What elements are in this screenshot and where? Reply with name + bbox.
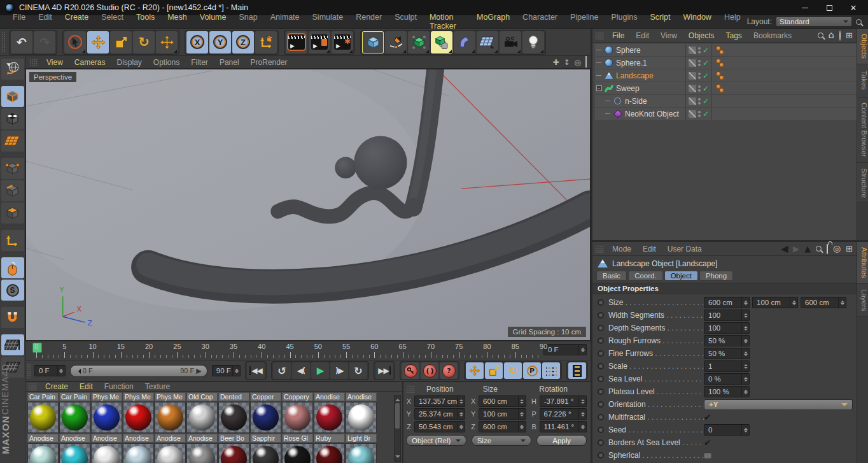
forward-icon[interactable]: ▶ bbox=[793, 245, 799, 253]
texture-tag-icon[interactable] bbox=[719, 50, 724, 55]
object-menu-edit[interactable]: Edit bbox=[630, 31, 655, 41]
zoom-icon[interactable]: ↕ bbox=[563, 58, 570, 67]
render-picture-viewer-button[interactable]: ▶ bbox=[309, 31, 330, 53]
object-label[interactable]: Sphere bbox=[616, 46, 641, 55]
redo-button[interactable]: ↷ bbox=[34, 31, 55, 53]
lock-z-button[interactable]: Z bbox=[232, 31, 254, 53]
material-thumbnail[interactable] bbox=[186, 443, 218, 463]
magnet-tool-button[interactable] bbox=[1, 307, 24, 328]
layer-toggle-icon[interactable] bbox=[689, 110, 696, 118]
visibility-dots-icon[interactable] bbox=[698, 98, 701, 104]
keying-help-button[interactable]: ? bbox=[440, 362, 458, 379]
primitive-cube-button[interactable] bbox=[362, 31, 384, 53]
object-menu-tags[interactable]: Tags bbox=[720, 31, 748, 41]
polygons-mode-button[interactable] bbox=[1, 203, 24, 224]
object-row-landscape[interactable]: Landscape✓ bbox=[595, 69, 857, 82]
material-thumbnail[interactable] bbox=[155, 402, 186, 433]
attribute-menu-user-data[interactable]: User Data bbox=[662, 244, 708, 254]
rotation-b-field[interactable]: 111.461 ° bbox=[540, 421, 587, 432]
material-thumbnail[interactable] bbox=[282, 402, 313, 433]
material-name[interactable]: Copper bbox=[250, 392, 281, 401]
search-icon[interactable] bbox=[816, 245, 822, 253]
material-thumbnail[interactable] bbox=[59, 443, 90, 463]
pan-icon[interactable]: ✚ bbox=[552, 58, 559, 67]
stepper-icon[interactable] bbox=[741, 336, 749, 346]
material-thumbnail[interactable] bbox=[123, 402, 154, 433]
viewport[interactable]: Y X Z Perspective Grid Spacing : 10 cm bbox=[25, 69, 591, 341]
animation-dot-icon[interactable] bbox=[598, 388, 604, 395]
animation-dot-icon[interactable] bbox=[598, 452, 604, 459]
camera-label[interactable]: Perspective bbox=[29, 72, 76, 82]
object-label[interactable]: NeoKnot Object bbox=[625, 110, 679, 118]
panel-grip[interactable] bbox=[595, 32, 604, 39]
viewport-menu-options[interactable]: Options bbox=[148, 57, 185, 68]
panel-grip[interactable] bbox=[406, 385, 415, 393]
material-thumbnail[interactable] bbox=[218, 402, 249, 433]
autokeying-button[interactable]: ( ) bbox=[421, 362, 438, 379]
add-icon[interactable]: ⊞ bbox=[846, 31, 853, 40]
material-thumbnail[interactable] bbox=[91, 402, 122, 433]
rotation-h-field[interactable]: -37.891 ° bbox=[540, 395, 587, 407]
panel-tab-content-browser[interactable]: Content Browser bbox=[857, 97, 868, 163]
enabled-check-icon[interactable]: ✓ bbox=[703, 84, 709, 93]
key-scale-button[interactable] bbox=[485, 362, 503, 379]
go-to-end-button[interactable]: ▶▶ bbox=[375, 362, 393, 379]
panel-tab-attributes[interactable]: Attributes bbox=[857, 242, 868, 284]
position-y-field[interactable]: 25.374 cm bbox=[414, 408, 465, 420]
stepper-icon[interactable] bbox=[838, 297, 846, 308]
material-thumbnail[interactable] bbox=[27, 443, 59, 463]
record-keyframe-button[interactable] bbox=[402, 362, 419, 379]
apply-button[interactable]: Apply bbox=[536, 435, 587, 446]
animation-dot-icon[interactable] bbox=[598, 376, 604, 382]
size-field-2[interactable]: 600 cm bbox=[801, 297, 846, 308]
viewport-menu-display[interactable]: Display bbox=[111, 57, 147, 68]
play-forwards-button[interactable]: ▶ bbox=[311, 362, 329, 379]
timeline-frame-field[interactable]: 0 F bbox=[543, 344, 587, 355]
animation-dot-icon[interactable] bbox=[598, 439, 604, 446]
live-selection-button[interactable] bbox=[64, 31, 86, 53]
texture-tag-icon[interactable] bbox=[719, 75, 724, 80]
stepper-icon[interactable] bbox=[741, 374, 749, 384]
preview-range-slider[interactable]: 0 F 90 F ▶ bbox=[70, 365, 207, 377]
visibility-dots-icon[interactable] bbox=[698, 73, 701, 79]
position-x-field[interactable]: 137.357 cm bbox=[414, 395, 465, 407]
object-menu-view[interactable]: View bbox=[655, 31, 683, 41]
stepper-icon[interactable] bbox=[57, 366, 65, 376]
enable-snap-button[interactable] bbox=[1, 257, 24, 278]
animation-dot-icon[interactable] bbox=[598, 312, 604, 318]
material-name[interactable]: Dented bbox=[218, 392, 249, 401]
last-tool-move-button[interactable] bbox=[156, 31, 178, 53]
object-label[interactable]: Landscape bbox=[616, 71, 654, 80]
animation-dot-icon[interactable] bbox=[598, 363, 604, 369]
points-mode-button[interactable] bbox=[1, 158, 24, 179]
stepper-icon[interactable] bbox=[741, 387, 749, 397]
target-icon[interactable]: ◎ bbox=[833, 244, 841, 253]
material-thumbnail[interactable] bbox=[186, 402, 218, 433]
search-icon[interactable] bbox=[818, 31, 823, 40]
stepper-icon[interactable] bbox=[741, 297, 749, 308]
stepper-icon[interactable] bbox=[578, 345, 586, 355]
object-row-neoknot-object[interactable]: NeoKnot Object✓ bbox=[595, 108, 857, 120]
restore-button[interactable] bbox=[817, 1, 841, 15]
deformer-button[interactable] bbox=[454, 31, 475, 53]
stepper-icon[interactable] bbox=[578, 422, 586, 432]
material-name[interactable]: Beer Bo bbox=[218, 434, 249, 443]
go-to-start-button[interactable]: ◀◀ bbox=[247, 362, 265, 379]
tab-coord[interactable]: Coord. bbox=[628, 271, 663, 281]
add-icon[interactable]: ⊞ bbox=[846, 245, 853, 253]
material-menu-function[interactable]: Function bbox=[99, 382, 139, 391]
material-thumbnail[interactable] bbox=[250, 443, 281, 463]
tab-basic[interactable]: Basic bbox=[596, 271, 627, 281]
fine-furrows-field[interactable]: 50 % bbox=[704, 348, 750, 359]
panel-tab-objects[interactable]: Objects bbox=[857, 29, 868, 64]
plateau-level-field[interactable]: 100 % bbox=[704, 386, 750, 397]
rotate-icon[interactable]: ◎ bbox=[575, 58, 581, 67]
coordinate-mode-select[interactable]: Object (Rel) bbox=[406, 435, 466, 446]
render-settings-button[interactable]: ▶ bbox=[332, 31, 353, 53]
rotate-button[interactable]: ↻ bbox=[133, 31, 155, 53]
up-icon[interactable]: ▲ bbox=[804, 245, 811, 253]
scale-button[interactable] bbox=[110, 31, 132, 53]
viewport-menu-panel[interactable]: Panel bbox=[214, 57, 245, 68]
timeline-ruler[interactable]: 0 F 051015202530354045505560657075808590 bbox=[25, 341, 591, 360]
play-loop-button[interactable]: ↻ bbox=[349, 362, 367, 379]
